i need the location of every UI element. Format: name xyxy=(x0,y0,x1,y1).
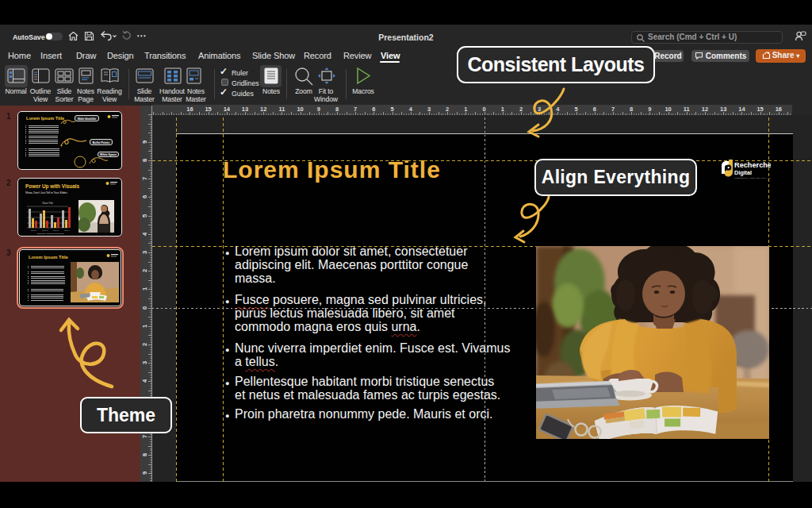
svg-text:Group 1: Group 1 xyxy=(31,229,37,231)
svg-text:WEBDESIGN | MEDIABUYING | AUTO: WEBDESIGN | MEDIABUYING | AUTOMATION xyxy=(734,177,771,179)
svg-text:Group 2: Group 2 xyxy=(42,229,48,231)
svg-text:Group 4: Group 4 xyxy=(64,229,71,231)
svg-text:Recherche: Recherche xyxy=(734,161,771,169)
svg-text:Chart Title: Chart Title xyxy=(42,202,53,205)
svg-text:Digital: Digital xyxy=(734,169,752,176)
svg-text:Group 3: Group 3 xyxy=(53,229,59,231)
